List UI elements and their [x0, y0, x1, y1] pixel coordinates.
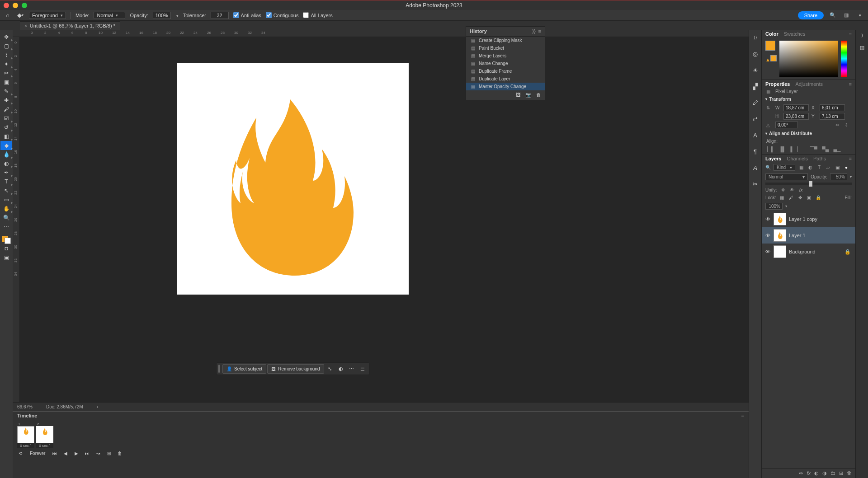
angle-field[interactable]: 0,00° — [775, 122, 798, 128]
type-tool[interactable]: T — [0, 177, 12, 186]
last-color-swatch[interactable] — [770, 55, 777, 61]
layer-opacity-field[interactable]: 50% — [830, 173, 847, 180]
history-item[interactable]: ▤Paint Bucket — [466, 44, 545, 52]
color-swatches[interactable] — [2, 236, 11, 244]
tab-color[interactable]: Color — [765, 31, 778, 37]
fill-field[interactable]: 100% — [765, 203, 783, 210]
history-item[interactable]: ▤Create Clipping Mask — [466, 37, 545, 44]
align-center-v-icon[interactable]: ▀▄ — [822, 146, 829, 152]
window-maximize[interactable] — [22, 3, 27, 8]
clone-stamp-tool[interactable]: 🖃 — [0, 114, 12, 123]
shape-tool[interactable]: ▭ — [0, 195, 12, 204]
lock-artboard-icon[interactable]: ▣ — [806, 195, 812, 200]
search-icon[interactable]: 🔍 — [828, 11, 837, 20]
panel-menu-icon[interactable]: ≡ — [538, 28, 541, 34]
tab-properties[interactable]: Properties — [765, 81, 790, 87]
close-tab-icon[interactable]: × — [24, 23, 27, 28]
align-top-icon[interactable]: ▔▀ — [810, 146, 817, 152]
window-close[interactable] — [4, 3, 9, 8]
layer-name[interactable]: Layer 1 copy — [789, 216, 817, 222]
align-center-h-icon[interactable]: ▐▌ — [779, 146, 786, 152]
lock-pixels-icon[interactable]: 🖌 — [788, 195, 794, 200]
histogram-icon[interactable]: ▞ — [751, 82, 760, 90]
edit-toolbar-icon[interactable]: ⋯ — [0, 222, 12, 231]
delete-frame-icon[interactable]: 🗑 — [117, 451, 123, 456]
snapshot-icon[interactable]: 📷 — [525, 92, 532, 98]
history-item[interactable]: ▤Duplicate Frame — [466, 67, 545, 75]
brightness-icon[interactable]: ☀ — [751, 66, 760, 74]
panel-menu-icon[interactable]: ≡ — [849, 81, 852, 87]
opacity-chevron-icon[interactable] — [175, 13, 179, 18]
transform-icon[interactable]: ⤡ — [325, 364, 335, 374]
anti-alias-check[interactable]: Anti-alias — [233, 12, 261, 18]
fx-icon[interactable]: fx — [807, 470, 811, 476]
new-doc-from-state-icon[interactable]: 🖼 — [516, 92, 521, 98]
filter-smart-icon[interactable]: ▣ — [834, 165, 840, 170]
document-tab[interactable]: × Untitled-1 @ 66,7% (Layer 1, RGB/8) * — [20, 21, 120, 30]
healing-brush-tool[interactable]: ✚ — [0, 96, 12, 105]
canvas[interactable] — [177, 63, 409, 295]
layer-row[interactable]: 👁Layer 1 — [762, 227, 855, 244]
panel-menu-icon[interactable]: ≡ — [741, 413, 744, 418]
panel-menu-icon[interactable]: ≡ — [849, 31, 852, 37]
share-button[interactable]: Share — [798, 11, 824, 19]
doc-size[interactable]: Doc: 2,86M/5,72M — [46, 404, 83, 409]
new-layer-icon[interactable]: ⊞ — [839, 470, 843, 476]
color-picker[interactable]: ▲ — [762, 38, 855, 80]
more-icon[interactable]: ⋯ — [347, 364, 357, 374]
hue-slider[interactable] — [841, 41, 847, 77]
width-field[interactable]: 18,87 cm — [783, 104, 809, 111]
visibility-icon[interactable]: 👁 — [764, 216, 771, 222]
layer-row[interactable]: 👁Background🔒 — [762, 244, 855, 260]
prev-frame-icon[interactable]: ◀ — [62, 451, 69, 456]
remove-background-button[interactable]: 🖼Remove background — [267, 364, 324, 374]
play-icon[interactable]: ▶ — [73, 451, 80, 456]
tolerance-field[interactable]: 32 — [211, 12, 229, 19]
collapse-arrows-icon[interactable]: ⟩⟩ — [751, 33, 760, 42]
timeline-header[interactable]: Timeline ≡ — [13, 411, 749, 419]
paint-bucket-tool[interactable]: ◆ — [0, 141, 12, 150]
flip-h-icon[interactable]: ⇔ — [835, 122, 842, 127]
path-select-tool[interactable]: ↖ — [0, 186, 12, 195]
lasso-tool[interactable]: ⌇ — [0, 51, 12, 60]
navigator-icon[interactable]: ◎ — [751, 50, 760, 58]
workspace-menu-chevron-icon[interactable]: ▾ — [855, 11, 864, 20]
select-subject-button[interactable]: 👤Select subject — [222, 364, 266, 374]
delete-state-icon[interactable]: 🗑 — [536, 92, 541, 98]
tool-preset-bucket-icon[interactable]: ◆▾ — [16, 11, 24, 19]
filter-pixel-icon[interactable]: ▦ — [798, 165, 804, 170]
history-item[interactable]: ▤Merge Layers — [466, 52, 545, 60]
character-icon[interactable]: A — [751, 131, 760, 139]
filter-adjust-icon[interactable]: ◐ — [807, 165, 813, 170]
link-wh-icon[interactable]: ⇅ — [766, 105, 773, 110]
frame-tool[interactable]: ▣ — [0, 78, 12, 87]
visibility-icon[interactable]: 👁 — [764, 233, 771, 238]
drag-handle-icon[interactable] — [218, 365, 220, 373]
marquee-tool[interactable]: ▢ — [0, 42, 12, 51]
hand-tool[interactable]: ✋ — [0, 204, 12, 213]
home-icon[interactable]: ⌂ — [4, 11, 12, 19]
new-frame-icon[interactable]: ⊞ — [106, 451, 112, 456]
foreground-color-swatch[interactable] — [765, 41, 775, 51]
opacity-slider[interactable] — [765, 183, 852, 185]
layer-thumbnail[interactable] — [774, 229, 786, 242]
lock-all-icon[interactable]: 🔒 — [815, 195, 821, 200]
layer-thumbnail[interactable] — [774, 213, 786, 225]
expand-panels-icon[interactable]: ⟩ — [861, 33, 863, 38]
screen-mode-icon[interactable]: ▣ — [0, 253, 12, 262]
timeline-frame[interactable]: 10 sec.˅ — [17, 422, 34, 448]
filter-type-icon[interactable]: T — [816, 165, 822, 170]
timeline-frame[interactable]: 20 sec.˅ — [36, 422, 53, 448]
history-brush-tool[interactable]: ↺ — [0, 123, 12, 132]
properties-icon[interactable]: ☰ — [358, 364, 368, 374]
loop-toggle-icon[interactable]: ⟲ — [17, 451, 24, 456]
glyphs-icon[interactable]: A — [751, 164, 760, 172]
quick-mask-icon[interactable]: ◘ — [0, 244, 12, 253]
status-chevron-icon[interactable]: › — [97, 404, 98, 409]
layer-name[interactable]: Background — [789, 249, 816, 254]
flip-v-icon[interactable]: ⇕ — [844, 122, 851, 127]
magic-wand-tool[interactable]: ✦ — [0, 60, 12, 69]
align-section[interactable]: Align and Distribute — [762, 129, 855, 138]
adjust-icon[interactable]: ◐ — [336, 364, 346, 374]
search-icon[interactable]: 🔍 — [765, 165, 771, 170]
